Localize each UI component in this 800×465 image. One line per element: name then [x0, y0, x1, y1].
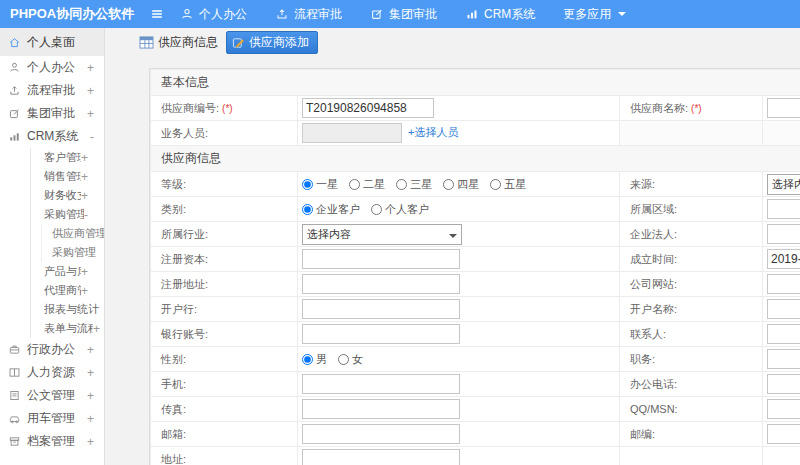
briefcase-icon	[8, 343, 21, 356]
grade-radio-1star[interactable]	[302, 179, 313, 190]
tab-supplier-add[interactable]: 供应商添加	[226, 31, 318, 54]
sidebar-item-document-mgmt[interactable]: 公文管理 +	[0, 384, 104, 407]
edit-pencil-icon	[232, 36, 245, 49]
sidebar-item-finance[interactable]: 财务收支 +	[31, 186, 104, 205]
legal-person-label: 企业法人:	[620, 222, 763, 247]
website-input[interactable]	[767, 274, 800, 294]
gender-radio-female[interactable]	[338, 354, 349, 365]
qq-msn-input[interactable]	[767, 399, 800, 419]
document-icon	[8, 389, 21, 402]
expand-icon: +	[81, 284, 104, 298]
sidebar-item-agent-mgmt[interactable]: 代理商管理 +	[31, 281, 104, 300]
choose-person-link[interactable]: +选择人员	[408, 126, 458, 138]
bank-account-input[interactable]	[302, 324, 460, 344]
industry-label: 所属行业:	[151, 222, 298, 247]
category-label: 类别:	[151, 197, 298, 222]
sidebar-item-product-inventory[interactable]: 产品与库存 +	[31, 262, 104, 281]
mobile-input[interactable]	[302, 374, 460, 394]
position-input[interactable]	[767, 349, 800, 369]
sidebar-item-customer-mgmt[interactable]: 客户管理 +	[31, 148, 104, 167]
sidebar-item-sales-mgmt[interactable]: 销售管理 +	[31, 167, 104, 186]
source-select[interactable]: 选择内容	[767, 174, 800, 195]
caret-down-icon	[449, 234, 457, 242]
sidebar-item-purchase-mgmt-sub[interactable]: 采购管理	[42, 243, 104, 262]
category-radio-personal[interactable]	[371, 204, 382, 215]
expand-icon: +	[87, 343, 104, 357]
sidebar-item-reports-stats[interactable]: 报表与统计	[31, 300, 104, 319]
sidebar-item-hr[interactable]: 人力资源 +	[0, 361, 104, 384]
nav-item-workflow-approval[interactable]: 流程审批	[275, 6, 342, 23]
office-phone-input[interactable]	[767, 374, 800, 394]
registered-capital-input[interactable]	[302, 249, 460, 269]
sidebar-item-vehicle-mgmt[interactable]: 用车管理 +	[0, 407, 104, 430]
bank-account-label: 银行账号:	[151, 322, 298, 347]
supplier-add-form: 基本信息 供应商编号:(*) 供应商名称:(*) 业务人员: +选择人员 供应商…	[149, 68, 800, 465]
grade-radio-3star[interactable]	[396, 179, 407, 190]
established-date-label: 成立时间:	[620, 247, 763, 272]
office-phone-label: 办公电话:	[620, 372, 763, 397]
registered-capital-label: 注册资本:	[151, 247, 298, 272]
registered-address-input[interactable]	[302, 274, 460, 294]
expand-icon: +	[87, 366, 104, 380]
upload-icon	[275, 7, 289, 21]
expand-icon: +	[81, 189, 104, 203]
fax-label: 传真:	[151, 397, 298, 422]
expand-icon: +	[81, 265, 104, 279]
sales-person-input[interactable]	[302, 123, 402, 143]
nav-item-group-approval[interactable]: 集团审批	[370, 6, 437, 23]
fax-input[interactable]	[302, 399, 460, 419]
expand-icon: +	[87, 61, 104, 75]
tab-supplier-info[interactable]: 供应商信息	[139, 34, 218, 51]
address-input[interactable]	[302, 449, 460, 465]
region-input[interactable]	[767, 199, 800, 219]
supplier-name-input[interactable]	[767, 98, 800, 118]
category-radio-company[interactable]	[302, 204, 313, 215]
sidebar-item-workflow-approval[interactable]: 流程审批 +	[0, 79, 104, 102]
car-icon	[8, 412, 21, 425]
sidebar-item-supplier-mgmt[interactable]: 供应商管理	[42, 224, 104, 243]
postcode-input[interactable]	[767, 424, 800, 444]
contact-input[interactable]	[767, 324, 800, 344]
industry-select[interactable]: 选择内容	[302, 224, 462, 245]
expand-icon: +	[87, 107, 104, 121]
section-header-supplier-info: 供应商信息	[151, 146, 800, 172]
grade-radio-2star[interactable]	[349, 179, 360, 190]
sidebar-item-purchase-mgmt[interactable]: 采购管理 -	[31, 205, 104, 224]
sidebar-item-admin-office[interactable]: 行政办公 +	[0, 338, 104, 361]
sidebar-item-crm[interactable]: CRM系统 -	[0, 125, 104, 148]
grade-radio-5star[interactable]	[490, 179, 501, 190]
expand-icon: +	[87, 435, 104, 449]
supplier-code-input[interactable]	[302, 98, 434, 118]
expand-icon: +	[87, 389, 104, 403]
mobile-label: 手机:	[151, 372, 298, 397]
expand-icon: +	[81, 170, 104, 184]
grade-radio-4star[interactable]	[443, 179, 454, 190]
section-header-basic-info: 基本信息	[151, 70, 800, 96]
edit-icon	[370, 7, 384, 21]
gender-radio-male[interactable]	[302, 354, 313, 365]
expand-icon: +	[81, 151, 104, 165]
nav-item-crm[interactable]: CRM系统	[465, 6, 535, 23]
established-date-input[interactable]	[767, 249, 800, 269]
hamburger-menu-icon[interactable]	[150, 7, 164, 21]
account-name-input[interactable]	[767, 299, 800, 319]
sidebar-item-personal-desktop[interactable]: 个人桌面	[0, 28, 104, 56]
email-input[interactable]	[302, 424, 460, 444]
bank-input[interactable]	[302, 299, 460, 319]
website-label: 公司网站:	[620, 272, 763, 297]
legal-person-input[interactable]	[767, 224, 800, 244]
expand-icon: +	[87, 412, 104, 426]
sidebar-item-form-flow-settings[interactable]: 表单与流程设置 +	[31, 319, 104, 338]
supplier-name-label: 供应商名称:(*)	[620, 96, 763, 121]
sidebar-item-group-approval[interactable]: 集团审批 +	[0, 102, 104, 125]
empty-cell	[620, 121, 763, 146]
caret-down-icon	[618, 12, 626, 20]
sidebar-item-personal-office[interactable]: 个人办公 +	[0, 56, 104, 79]
bank-label: 开户行:	[151, 297, 298, 322]
empty-cell	[620, 447, 763, 465]
nav-item-more-apps[interactable]: 更多应用	[563, 6, 626, 23]
content-area: 供应商信息 供应商添加 基本信息 供应商编号:(*) 供应商名称:(*)	[105, 28, 800, 465]
nav-item-personal-office[interactable]: 个人办公	[180, 6, 247, 23]
postcode-label: 邮编:	[620, 422, 763, 447]
sidebar-item-archive-mgmt[interactable]: 档案管理 +	[0, 430, 104, 453]
